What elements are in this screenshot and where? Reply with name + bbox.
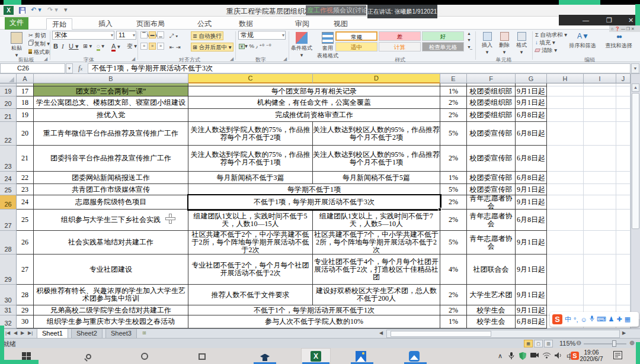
- cell-I30[interactable]: [584, 285, 616, 305]
- cell-C27[interactable]: 组建团队1支以上，实践时间不低于5天，人数10—15人: [188, 210, 313, 231]
- row-header-28[interactable]: 28: [0, 231, 17, 255]
- ime-chinese-icon[interactable]: 中: [565, 315, 571, 324]
- cell-G22[interactable]: 6月8日起: [516, 122, 547, 146]
- align-right-icon[interactable]: ≡: [157, 43, 164, 50]
- row-header-24[interactable]: 24: [0, 172, 17, 184]
- cell-H26[interactable]: [547, 195, 584, 210]
- clear-button[interactable]: 清除 ▾: [535, 47, 557, 54]
- insert-sheet-icon[interactable]: ⊞: [142, 330, 146, 336]
- cell-B26[interactable]: 志愿服务院级特色项目: [34, 195, 188, 210]
- styles-scroll-down-icon[interactable]: ▼: [467, 38, 471, 42]
- tray-volume-icon[interactable]: [555, 352, 562, 360]
- cell-C29[interactable]: 专业社团不低于2个，每个月每个社团开展活动不低于2次: [188, 255, 313, 285]
- underline-icon[interactable]: U ▾: [69, 43, 79, 50]
- cell-F25[interactable]: 校团委宣传部: [467, 184, 516, 195]
- cell-E19[interactable]: 1%: [440, 86, 467, 96]
- cell-B19[interactable]: 团支部“三会两制一课”: [34, 86, 188, 96]
- tray-camera-icon[interactable]: [530, 352, 539, 359]
- page-break-view-icon[interactable]: ▥: [544, 340, 553, 347]
- zoom-slider[interactable]: [584, 343, 626, 344]
- align-launcher-icon[interactable]: ◢: [230, 56, 233, 62]
- tray-expand-icon[interactable]: ∧: [498, 352, 503, 360]
- row-header-19[interactable]: 19: [0, 86, 17, 96]
- font-color-icon[interactable]: A ▾: [111, 43, 120, 50]
- column-header-J[interactable]: J: [616, 74, 631, 83]
- search-icon[interactable]: [82, 350, 95, 363]
- cell-G26[interactable]: 9月1日起: [516, 195, 547, 210]
- select-all-corner[interactable]: [0, 74, 17, 83]
- redo-icon[interactable]: ↷ ▾: [47, 6, 58, 14]
- style-check[interactable]: 检查单元格: [422, 42, 464, 51]
- sogou-logo-icon[interactable]: S: [552, 314, 562, 324]
- style-neutral[interactable]: 适中: [335, 42, 377, 51]
- cell-C21[interactable]: 完成推优前资格审查工作: [188, 109, 440, 122]
- cell-C19[interactable]: 每个团支部每月有相关记录: [188, 86, 440, 96]
- cell-D29[interactable]: 专业社团不低于4个，每个月每个社团开展活动不低于2次，打造校区十佳精品社团: [313, 255, 440, 285]
- cell-E30[interactable]: 2%: [440, 285, 467, 305]
- task-view-icon[interactable]: [196, 350, 209, 363]
- column-header-D[interactable]: D: [313, 74, 440, 83]
- tab-formulas[interactable]: 公式: [194, 18, 215, 30]
- tab-home[interactable]: 开始: [46, 18, 72, 30]
- tray-shield-icon[interactable]: [519, 352, 526, 361]
- row-header-30[interactable]: 30: [0, 285, 17, 305]
- cell-I24[interactable]: [584, 172, 616, 184]
- cell-A27[interactable]: 25: [17, 210, 34, 231]
- cell-E29[interactable]: 4%: [440, 255, 467, 285]
- cell-A30[interactable]: 28: [17, 285, 34, 305]
- cell-F31[interactable]: 校学生会: [467, 305, 516, 315]
- cell-H21[interactable]: [547, 109, 584, 122]
- cell-D23[interactable]: 关注人数达到校区人数的95%，作品推荐每个月不低于1项: [313, 146, 440, 172]
- row-header-23[interactable]: 23: [0, 146, 17, 172]
- cell-G21[interactable]: 6月8日起: [516, 109, 547, 122]
- cell-F30[interactable]: 大学生艺术团: [467, 285, 516, 305]
- app-meeting-icon[interactable]: [408, 350, 421, 363]
- cell-J24[interactable]: [616, 172, 631, 184]
- sort-filter-button[interactable]: A▼ 排序和筛选: [568, 31, 597, 59]
- cell-G20[interactable]: 9月1日起: [516, 96, 547, 109]
- sheet-tab-3[interactable]: Sheet3: [105, 329, 137, 339]
- ime-emoji-icon[interactable]: ☺: [580, 316, 587, 323]
- cell-I22[interactable]: [584, 122, 616, 146]
- autosum-button[interactable]: Σ 自动求和 ▾: [535, 31, 567, 39]
- cell-D24[interactable]: 每月新闻稿不低于5篇: [313, 172, 440, 184]
- cell-A32[interactable]: 30: [17, 315, 34, 328]
- vertical-scrollbar[interactable]: ▲ ▼: [631, 74, 640, 328]
- styles-more-icon[interactable]: ▼̲: [467, 45, 471, 49]
- cell-B21[interactable]: 推优入党: [34, 109, 188, 122]
- row-header-31[interactable]: 31: [0, 305, 17, 315]
- ime-person-icon[interactable]: ♟: [609, 315, 615, 323]
- zoom-slider-thumb[interactable]: [612, 340, 616, 347]
- align-top-icon[interactable]: ▔: [140, 31, 148, 38]
- column-header-B[interactable]: B: [34, 74, 188, 83]
- cell-B29[interactable]: 专业社团建设: [34, 255, 188, 285]
- undo-icon[interactable]: ↶ ▾: [31, 6, 41, 14]
- cell-J28[interactable]: [616, 231, 631, 255]
- align-left-icon[interactable]: ≡: [140, 43, 148, 50]
- cell-C31[interactable]: 不低于1个，每学期活动开展不低于1次: [188, 305, 440, 315]
- cell-B28[interactable]: 社会实践基地结对共建工作: [34, 231, 188, 255]
- cortana-icon[interactable]: [138, 350, 151, 363]
- cell-E24[interactable]: 1%: [440, 172, 467, 184]
- cell-H24[interactable]: [547, 172, 584, 184]
- style-calc[interactable]: 计算: [379, 42, 421, 51]
- font-launcher-icon[interactable]: ◢: [132, 56, 135, 62]
- cell-J27[interactable]: [616, 210, 631, 231]
- sheet-nav-next-icon[interactable]: ▶: [21, 330, 24, 336]
- tab-insert[interactable]: 插入: [95, 18, 116, 30]
- hscroll-right-icon[interactable]: ▶: [622, 330, 626, 336]
- cell-B32[interactable]: 组织学生参与重庆市大学生校园之春活动: [34, 315, 188, 328]
- maximize-button[interactable]: ❐: [606, 15, 612, 25]
- currency-icon[interactable]: ¥▾ % ٫ ⁺⁰ ⁻⁰: [239, 43, 271, 49]
- cell-F28[interactable]: 青年志愿者协会: [467, 231, 516, 255]
- app-excel-icon[interactable]: X: [301, 348, 331, 364]
- clipboard-launcher-icon[interactable]: ◢: [44, 56, 47, 62]
- zoom-level[interactable]: 115%: [559, 340, 575, 347]
- excel-logo-icon[interactable]: X: [4, 6, 14, 15]
- copy-button[interactable]: 复制 ▾: [28, 40, 50, 48]
- borders-icon[interactable]: ⊞ ▾: [83, 43, 92, 49]
- bold-icon[interactable]: B: [53, 43, 58, 50]
- cell-E28[interactable]: 5%: [440, 231, 467, 255]
- cell-C30[interactable]: 推荐人数不低于文件要求: [188, 285, 313, 305]
- app-photos-icon[interactable]: [354, 350, 367, 363]
